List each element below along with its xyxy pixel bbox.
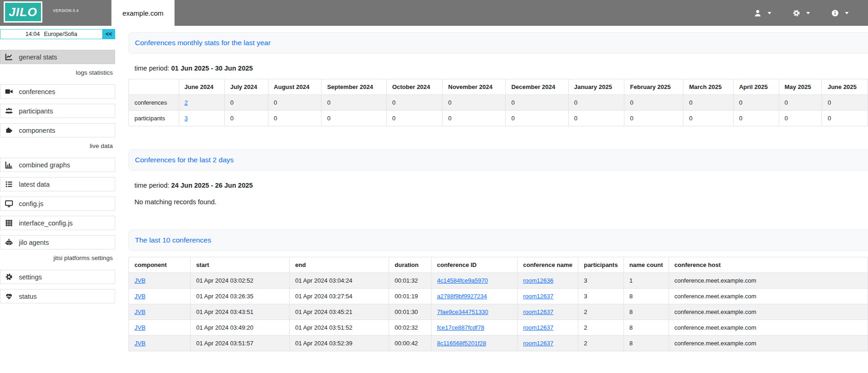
table-cell: 01 Apr 2024 03:52:39 xyxy=(290,336,389,351)
user-menu-dropdown[interactable] xyxy=(754,9,771,17)
column-header: November 2024 xyxy=(443,79,506,95)
cell-link[interactable]: JVB xyxy=(134,324,146,331)
sidebar-item-general-stats[interactable]: general stats xyxy=(0,50,115,64)
cell-link[interactable]: JVB xyxy=(134,340,146,347)
sidebar-item-config-js[interactable]: config.js xyxy=(0,196,115,211)
time-period-value: 24 Jun 2025 - 26 Jun 2025 xyxy=(171,182,253,189)
app-logo: JILO xyxy=(4,1,42,23)
cell-link[interactable]: 7fae9ce344751330 xyxy=(437,308,488,315)
sidebar-item-label: combined graphs xyxy=(19,161,70,169)
gear-icon xyxy=(792,9,800,17)
sidebar-item-jilo-agents[interactable]: jilo agents xyxy=(0,235,115,249)
table-cell: JVB xyxy=(129,336,191,351)
table-cell: JVB xyxy=(129,273,191,289)
chart-line-icon xyxy=(5,53,13,61)
sidebar-item-latest-data[interactable]: latest data xyxy=(0,177,115,191)
column-header: name count xyxy=(623,257,669,273)
cell-link[interactable]: room12637 xyxy=(523,340,553,347)
no-records-message: No matching records found. xyxy=(134,198,868,206)
clock-timezone: Europe/Sofia xyxy=(44,31,77,37)
cell-link[interactable]: room12637 xyxy=(523,324,553,331)
users-icon xyxy=(5,107,13,115)
chevron-down-icon xyxy=(806,12,810,14)
cell-link[interactable]: fce17ce887fcdf78 xyxy=(437,324,484,331)
sidebar-item-conferences[interactable]: conferences xyxy=(0,84,115,99)
chevron-down-icon xyxy=(768,12,771,14)
cell-link[interactable]: room12637 xyxy=(523,293,553,300)
table-cell: room12637 xyxy=(518,304,578,320)
cell-link[interactable]: JVB xyxy=(134,293,146,300)
column-header: end xyxy=(290,257,389,273)
chevron-down-icon xyxy=(845,12,849,14)
column-header: October 2024 xyxy=(386,79,443,95)
cell-link[interactable]: 8c116568f5201f28 xyxy=(437,340,486,347)
tab-example-com[interactable]: example.com xyxy=(111,0,175,26)
table-row: JVB01 Apr 2024 03:51:5701 Apr 2024 03:52… xyxy=(129,336,868,351)
card-header-last-2-days: Conferences for the last 2 days xyxy=(128,149,868,171)
sidebar-item-settings[interactable]: settings xyxy=(0,270,115,284)
info-icon xyxy=(831,9,839,17)
cell-link[interactable]: a2788f9bf9927234 xyxy=(437,293,487,300)
column-header: conference name xyxy=(518,257,578,273)
cell-link[interactable]: 4c14584fce9a5970 xyxy=(437,277,488,284)
column-header: February 2025 xyxy=(624,79,683,95)
table-cell: 0 xyxy=(733,95,779,111)
cell-link[interactable]: JVB xyxy=(134,277,146,284)
sidebar-collapse-button[interactable]: << xyxy=(103,29,115,39)
sidebar-item-label: jilo agents xyxy=(19,239,49,246)
table-cell: 3 xyxy=(179,111,225,126)
table-cell: 0 xyxy=(268,95,321,111)
app-logo-text: JILO xyxy=(9,5,37,19)
cell-link[interactable]: room12636 xyxy=(523,277,553,284)
sidebar-item-combined-graphs[interactable]: combined graphs xyxy=(0,158,115,172)
sidebar-item-participants[interactable]: participants xyxy=(0,104,115,118)
table-cell: conferences xyxy=(129,95,179,111)
column-header: duration xyxy=(389,257,431,273)
table-row: JVB01 Apr 2024 03:26:3501 Apr 2024 03:27… xyxy=(129,289,868,304)
table-cell: 0 xyxy=(822,95,868,111)
column-header: start xyxy=(191,257,290,273)
gear-icon xyxy=(5,273,13,281)
table-cell: 2 xyxy=(578,304,623,320)
last-2-days-time-period: time period: 24 Jun 2025 - 26 Jun 2025 xyxy=(134,182,868,189)
table-cell: conference.meet.example.com xyxy=(669,336,868,351)
cell-link[interactable]: 3 xyxy=(185,115,188,122)
table-cell: a2788f9bf9927234 xyxy=(431,289,518,304)
info-menu-dropdown[interactable] xyxy=(831,9,849,17)
robot-icon xyxy=(5,238,13,246)
sidebar-item-label: latest data xyxy=(19,181,50,188)
table-cell: 2 xyxy=(578,320,623,336)
clock-time: 14:04 xyxy=(25,31,40,37)
table-row: participants3000000000000 xyxy=(129,111,868,126)
column-header: May 2025 xyxy=(779,79,822,95)
sidebar-item-status[interactable]: status xyxy=(0,289,115,303)
sidebar-item-components[interactable]: components xyxy=(0,123,115,137)
monthly-stats-table: June 2024July 2024August 2024September 2… xyxy=(128,79,868,126)
table-cell: 0 xyxy=(568,111,624,126)
time-period-label: time period: xyxy=(134,65,169,72)
table-cell: 0 xyxy=(321,111,386,126)
cell-link[interactable]: JVB xyxy=(134,308,146,315)
table-cell: participants xyxy=(129,111,179,126)
cell-link[interactable]: room12637 xyxy=(523,308,553,315)
table-cell: 01 Apr 2024 03:49:20 xyxy=(191,320,290,336)
table-cell: 01 Apr 2024 03:04:24 xyxy=(290,273,389,289)
column-header: July 2024 xyxy=(225,79,268,95)
settings-menu-dropdown[interactable] xyxy=(792,9,810,17)
table-cell: 0 xyxy=(779,95,822,111)
sidebar-item-interface-config-js[interactable]: interface_config.js xyxy=(0,216,115,230)
table-row: JVB01 Apr 2024 03:43:5101 Apr 2024 03:45… xyxy=(129,304,868,320)
puzzle-icon xyxy=(5,126,13,134)
card-header-last-10-conferences: The last 10 conferences xyxy=(128,230,868,251)
table-cell: 0 xyxy=(225,95,268,111)
table-row: JVB01 Apr 2024 03:49:2001 Apr 2024 03:51… xyxy=(129,320,868,336)
table-cell: 2 xyxy=(179,95,225,111)
table-cell: 1 xyxy=(623,273,669,289)
cell-link[interactable]: 2 xyxy=(185,99,188,106)
table-cell: 7fae9ce344751330 xyxy=(431,304,518,320)
sidebar-section-logs-statistics: logs statistics xyxy=(0,69,115,77)
table-cell: room12637 xyxy=(518,289,578,304)
table-cell: 8 xyxy=(623,304,669,320)
table-cell: 4c14584fce9a5970 xyxy=(431,273,518,289)
table-row: conferences2000000000000 xyxy=(129,95,868,111)
